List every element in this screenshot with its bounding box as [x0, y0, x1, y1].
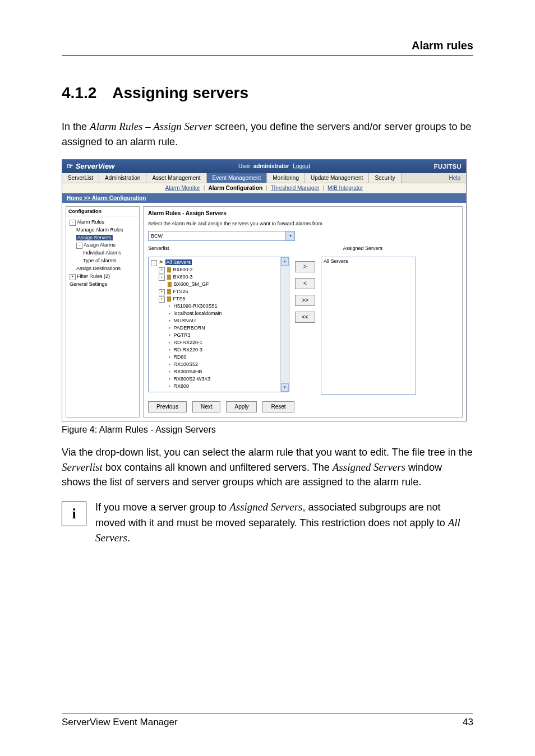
- previous-button[interactable]: Previous: [148, 401, 187, 412]
- tab-serverlist[interactable]: ServerList: [62, 173, 99, 183]
- serverlist-item[interactable]: ▇ BX600_SM_GF: [151, 281, 287, 288]
- primary-tabbar: ServerList Administration Asset Manageme…: [62, 173, 466, 183]
- main-panel: Alarm Rules - Assign Servers Select the …: [143, 206, 463, 418]
- alarm-rule-value[interactable]: [149, 231, 285, 240]
- sidebar-item[interactable]: Assign Servers: [68, 234, 137, 242]
- tab-monitoring[interactable]: Monitoring: [267, 173, 305, 183]
- serverlist-item[interactable]: ▪ RD80: [151, 354, 287, 361]
- help-link[interactable]: Help: [443, 173, 466, 183]
- vendor-logo: FUJITSU: [434, 163, 462, 170]
- serverlist-item[interactable]: ▪ localhost.localdomain: [151, 310, 287, 317]
- serverlist-item[interactable]: -⚑ All Servers: [151, 259, 287, 266]
- app-titlebar: ☞ ServerView User: administrator Logout …: [62, 160, 466, 173]
- assigned-servers-box[interactable]: All Servers: [321, 257, 416, 395]
- info-note: i If you move a server group to Assigned…: [62, 499, 473, 546]
- panel-instruction: Select the Alarm Rule and assign the ser…: [148, 221, 458, 226]
- explanation-paragraph: Via the drop-down list, you can select t…: [62, 445, 473, 490]
- footer-page-number: 43: [463, 717, 473, 728]
- subtab-mib-integrator[interactable]: MIB Integrator: [328, 185, 363, 191]
- chevron-down-icon[interactable]: ▾: [285, 231, 294, 240]
- serverlist-item[interactable]: ▪ SAMNAUN: [151, 390, 287, 392]
- logout-link[interactable]: Logout: [293, 163, 310, 169]
- section-title: Assigning servers: [112, 84, 248, 101]
- move-all-right-button[interactable]: >>: [295, 295, 315, 306]
- breadcrumb[interactable]: Home >> Alarm Configuration: [62, 193, 466, 203]
- assigned-label: Assigned Servers: [343, 245, 383, 251]
- assigned-item[interactable]: All Servers: [324, 258, 413, 264]
- section-heading: 4.1.2Assigning servers: [62, 84, 473, 102]
- info-text: If you move a server group to Assigned S…: [95, 499, 473, 546]
- sidebar-title: Configuration: [66, 207, 139, 216]
- next-button[interactable]: Next: [192, 401, 221, 412]
- move-left-button[interactable]: <: [295, 278, 315, 289]
- serverlist-item[interactable]: ▪ RD-RX220-3: [151, 346, 287, 354]
- serverlist-item[interactable]: ▪ RX300S4HB: [151, 368, 287, 375]
- serverlist-item[interactable]: ▪ RD-RX220-1: [151, 339, 287, 346]
- move-right-button[interactable]: >: [295, 261, 315, 272]
- serverlist-item[interactable]: ▪ RX100S52: [151, 361, 287, 368]
- tab-administration[interactable]: Administration: [99, 173, 146, 183]
- sidebar-item[interactable]: Manage Alarm Rules: [68, 226, 137, 234]
- sidebar-item[interactable]: Individual Alarms: [68, 249, 137, 257]
- footer-doc-title: ServerView Event Manager: [62, 717, 178, 728]
- subtab-threshold-manager[interactable]: Threshold Manager: [271, 185, 320, 191]
- panel-title: Alarm Rules - Assign Servers: [148, 209, 458, 221]
- serverlist-item[interactable]: +▇ FTS25: [151, 288, 287, 295]
- tab-update-management[interactable]: Update Management: [305, 173, 369, 183]
- scroll-up-icon[interactable]: ▴: [281, 257, 289, 266]
- serverlist-item[interactable]: +▇ BX600-3: [151, 273, 287, 281]
- running-header: Alarm rules: [62, 39, 473, 56]
- scroll-down-icon[interactable]: ▾: [281, 383, 289, 392]
- sidebar-item[interactable]: General Settings: [68, 281, 137, 289]
- serverlist-item[interactable]: ▪ PGTR3: [151, 332, 287, 339]
- figure-caption: Figure 4: Alarm Rules - Assign Servers: [62, 425, 473, 435]
- serverlist-item[interactable]: ▪ RX600S2-W3K3: [151, 375, 287, 383]
- serverlist-item[interactable]: ▪ MURNAU: [151, 317, 287, 324]
- serverlist-label: Serverlist: [148, 245, 169, 251]
- secondary-tabbar: Alarm Monitor | Alarm Configuration | Th…: [62, 183, 466, 193]
- user-name: administrator: [253, 163, 289, 169]
- apply-button[interactable]: Apply: [226, 401, 257, 412]
- intro-paragraph: In the Alarm Rules – Assign Server scree…: [62, 119, 473, 149]
- serverlist-item[interactable]: ▪ PADERBORN: [151, 324, 287, 332]
- subtab-alarm-monitor[interactable]: Alarm Monitor: [165, 185, 200, 191]
- sidebar-item[interactable]: -Assign Alarms: [68, 242, 137, 249]
- reset-button[interactable]: Reset: [262, 401, 294, 412]
- user-area: User: administrator Logout: [238, 163, 310, 169]
- scrollbar[interactable]: ▴ ▾: [280, 257, 289, 392]
- tab-security[interactable]: Security: [369, 173, 401, 183]
- serverlist-box[interactable]: -⚑ All Servers+▇ BX600-2+▇ BX600-3▇ BX60…: [148, 257, 289, 392]
- sidebar-item[interactable]: +Filter Rules (2): [68, 273, 137, 281]
- page-footer: ServerView Event Manager 43: [62, 713, 473, 728]
- app-brand: ☞ ServerView: [67, 162, 114, 170]
- subtab-alarm-configuration[interactable]: Alarm Configuration: [208, 185, 262, 191]
- serverlist-item[interactable]: +▇ FTS5: [151, 295, 287, 303]
- sidebar-item[interactable]: Assign Destinations: [68, 265, 137, 273]
- tab-event-management[interactable]: Event Management: [207, 173, 268, 183]
- serverlist-item[interactable]: ▪ H51090-RX300S51: [151, 303, 287, 310]
- serverlist-item[interactable]: ▪ RX800: [151, 383, 287, 390]
- sidebar-item[interactable]: -Alarm Rules: [68, 219, 137, 226]
- tab-asset-management[interactable]: Asset Management: [146, 173, 206, 183]
- info-icon: i: [62, 502, 86, 526]
- sidebar-item[interactable]: Type of Alarms: [68, 257, 137, 265]
- screenshot-figure: ☞ ServerView User: administrator Logout …: [62, 159, 467, 421]
- config-sidebar: Configuration -Alarm RulesManage Alarm R…: [66, 206, 140, 418]
- alarm-rule-select[interactable]: ▾: [148, 231, 295, 241]
- move-all-left-button[interactable]: <<: [295, 312, 315, 323]
- section-number: 4.1.2: [62, 84, 96, 101]
- serverlist-item[interactable]: +▇ BX600-2: [151, 266, 287, 273]
